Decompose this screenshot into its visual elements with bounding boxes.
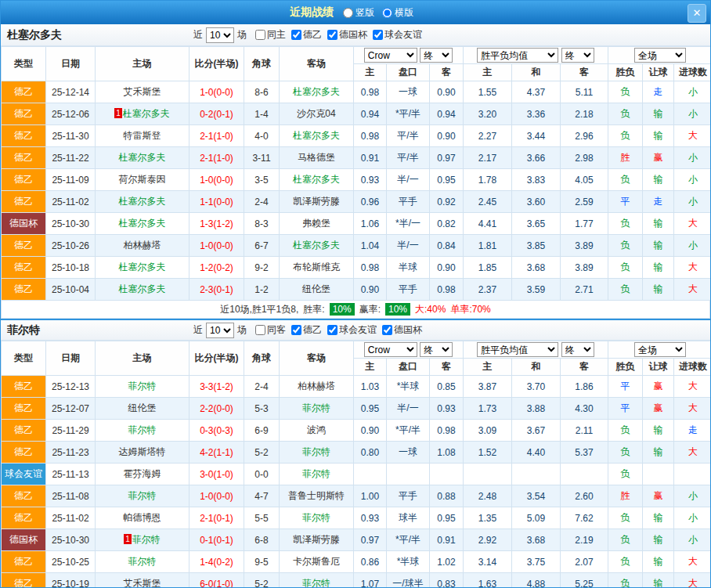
section-team-1: 杜塞尔多夫 近 10 场 同主德乙德国杯球会友谊 类型 日期 主场 比分(半场)…	[1, 24, 710, 319]
checkbox-input[interactable]	[327, 30, 337, 40]
goals-result-cell	[674, 464, 711, 485]
checkbox-input[interactable]	[327, 325, 337, 335]
handicap-line: 一球	[387, 442, 430, 464]
filter-checkbox[interactable]: 德乙	[291, 323, 322, 337]
col-score: 比分(半场)	[189, 341, 244, 376]
match-date: 25-12-14	[46, 81, 96, 103]
col-handicap: 盘口	[387, 64, 430, 81]
col-let: 让球	[643, 359, 674, 376]
away-odds: 0.88	[430, 485, 464, 507]
away-team: 杜塞尔多夫	[280, 125, 354, 147]
match-type-badge: 德国杯	[2, 213, 46, 235]
filter-checkbox[interactable]: 德国杯	[327, 28, 367, 41]
checkbox-input[interactable]	[255, 30, 265, 40]
avg-draw-odds: 3.60	[512, 191, 561, 213]
horizontal-mode-radio[interactable]	[382, 8, 392, 18]
home-odds: 0.91	[354, 147, 387, 169]
vertical-mode-option[interactable]: 竖版	[343, 6, 374, 20]
avg-away-odds: 1.77	[561, 213, 608, 235]
close-icon[interactable]: ✕	[688, 4, 706, 23]
match-row: 德乙25-10-04杜塞尔多夫2-3(0-1)1-2纽伦堡0.90平手0.982…	[2, 279, 711, 301]
team-name: 帕德博恩	[124, 512, 161, 523]
avg-odds-select[interactable]: 胜平负均值	[477, 48, 558, 63]
odds-company-select[interactable]: Crow	[364, 48, 417, 63]
col-date: 日期	[46, 341, 96, 376]
team-name: 沙尔克04	[297, 108, 335, 119]
filter-checkbox[interactable]: 球会友谊	[327, 323, 377, 337]
handicap-result-cell: 输	[643, 169, 674, 191]
avg-home-odds: 2.45	[464, 191, 512, 213]
match-row: 德乙25-10-19艾禾斯堡6-0(1-0)5-2菲尔特1.07一/球半0.83…	[2, 573, 711, 588]
match-count-select[interactable]: 10	[206, 27, 234, 43]
avg-home-odds: 3.20	[464, 103, 512, 125]
filter-checkbox[interactable]: 同客	[255, 323, 286, 337]
avg-group-header: 胜平负均值 终	[464, 341, 608, 359]
avg-time-select[interactable]: 终	[561, 48, 594, 63]
matches-body: 德乙25-12-13菲尔特3-3(1-2)2-4柏林赫塔1.03*半球0.853…	[2, 376, 711, 588]
goals-result-cell: 大	[674, 279, 711, 301]
big-rate: 大:40%	[415, 303, 446, 316]
avg-away-odds: 2.07	[561, 551, 608, 573]
away-team: 杜塞尔多夫	[280, 235, 354, 257]
home-team: 荷尔斯泰因	[96, 169, 189, 191]
match-date: 25-11-13	[46, 464, 96, 485]
filter-checkbox[interactable]: 同主	[255, 28, 286, 41]
goals-result-cell: 大	[674, 257, 711, 279]
handicap-line: 半/一	[387, 398, 430, 420]
team-name: 马格德堡	[298, 152, 335, 163]
match-date: 25-12-07	[46, 398, 96, 420]
avg-away-odds: 3.89	[561, 235, 608, 257]
avg-away-odds: 2.71	[561, 279, 608, 301]
corner-count: 5-2	[244, 442, 280, 464]
goals-result-cell: 小	[674, 169, 711, 191]
match-date: 25-11-29	[46, 420, 96, 442]
filter-checkbox[interactable]: 德乙	[291, 28, 322, 41]
home-odds: 1.03	[354, 376, 387, 398]
match-count-select[interactable]: 10	[206, 323, 234, 338]
checkbox-input[interactable]	[373, 30, 383, 40]
checkbox-input[interactable]	[255, 325, 265, 335]
away-team: 弗赖堡	[280, 213, 354, 235]
checkbox-input[interactable]	[291, 325, 301, 335]
scope-select[interactable]: 全场	[634, 342, 686, 357]
corner-count: 4-7	[244, 485, 280, 507]
away-team: 布轮斯维克	[280, 257, 354, 279]
col-score: 比分(半场)	[189, 47, 244, 81]
handicap-result-cell: 输	[643, 442, 674, 464]
avg-odds-select[interactable]: 胜平负均值	[477, 342, 558, 357]
vertical-mode-radio[interactable]	[343, 8, 353, 18]
checkbox-input[interactable]	[382, 325, 392, 335]
match-type-badge: 德乙	[2, 125, 46, 147]
col-away: 客场	[280, 47, 354, 81]
odds-time-select[interactable]: 终	[420, 342, 453, 357]
result-cell: 负	[608, 125, 643, 147]
avg-time-select[interactable]: 终	[561, 342, 594, 357]
team-name: 菲尔特	[128, 381, 157, 391]
col-avg-draw: 和	[512, 359, 561, 376]
horizontal-mode-label: 横版	[395, 6, 413, 20]
odds-company-select[interactable]: Crow	[364, 342, 417, 357]
filter-checkbox[interactable]: 球会友谊	[373, 28, 422, 41]
handicap-result-cell: 走	[643, 191, 674, 213]
match-type-badge: 德乙	[2, 551, 46, 573]
matches-body: 德乙25-12-14艾禾斯堡1-0(0-0)8-6杜塞尔多夫0.98一球0.90…	[2, 81, 711, 301]
home-odds: 0.97	[354, 529, 387, 551]
avg-home-odds: 1.85	[464, 257, 512, 279]
match-type-badge: 德乙	[2, 507, 46, 529]
filter-checkbox[interactable]: 德国杯	[382, 323, 422, 337]
corner-count: 2-4	[244, 376, 280, 398]
match-type-badge: 德乙	[2, 191, 46, 213]
scope-select[interactable]: 全场	[634, 48, 686, 63]
horizontal-mode-option[interactable]: 横版	[382, 6, 413, 20]
avg-home-odds: 1.73	[464, 398, 512, 420]
match-type-badge: 德乙	[2, 147, 46, 169]
away-odds: 1.08	[430, 442, 464, 464]
corner-count: 1-2	[244, 279, 280, 301]
match-type-badge: 德乙	[2, 420, 46, 442]
checkbox-input[interactable]	[291, 30, 301, 40]
col-odds-away: 客	[430, 359, 464, 376]
team-name: 杜塞尔多夫	[293, 174, 340, 185]
result-cell: 负	[608, 103, 643, 125]
team-name: 杜塞尔多夫	[119, 152, 166, 163]
odds-time-select[interactable]: 终	[420, 48, 453, 63]
